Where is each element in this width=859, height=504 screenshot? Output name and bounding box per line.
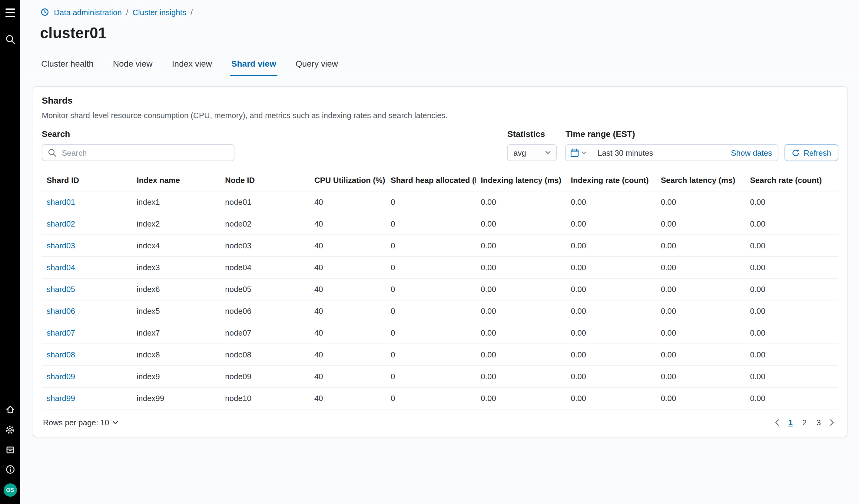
table-cell: index99 <box>132 387 220 409</box>
box-icon[interactable] <box>4 443 16 456</box>
table-cell: node02 <box>220 213 310 235</box>
tab-cluster-health[interactable]: Cluster health <box>40 59 95 76</box>
column-header-search-latency: Search latency (ms) <box>656 171 745 191</box>
shard-link[interactable]: shard01 <box>47 198 75 207</box>
app-viewport: OS Data administration / Cluster insight… <box>0 0 859 504</box>
statistics-select[interactable]: avg <box>507 144 557 161</box>
table-cell: 40 <box>310 257 386 278</box>
table-cell: shard01 <box>42 191 132 213</box>
chevron-down-icon <box>113 421 118 424</box>
table-cell: 0 <box>386 344 476 366</box>
page-button-3[interactable]: 3 <box>813 417 825 428</box>
table-cell: 40 <box>310 322 386 344</box>
breadcrumb-separator: / <box>191 7 193 17</box>
rows-per-page-button[interactable]: Rows per page: 10 <box>43 418 118 427</box>
table-row: shard09index9node094000.000.000.000.00 <box>42 366 839 387</box>
show-dates-link[interactable]: Show dates <box>731 148 778 157</box>
table-cell: 0.00 <box>745 235 839 257</box>
page-title: cluster01 <box>40 24 859 42</box>
tab-shard-view[interactable]: Shard view <box>230 59 277 76</box>
shard-link[interactable]: shard07 <box>47 328 75 337</box>
rail-bottom-group: OS <box>3 403 17 497</box>
table-cell: 40 <box>310 366 386 387</box>
shard-link[interactable]: shard02 <box>47 219 75 228</box>
table-cell: 0.00 <box>476 278 566 300</box>
time-range-label: Time range (EST) <box>566 129 839 139</box>
rows-per-page-label: Rows per page: 10 <box>43 418 109 427</box>
table-cell: 40 <box>310 344 386 366</box>
shards-panel: Shards Monitor shard-level resource cons… <box>33 86 847 437</box>
column-header-shard-id: Shard ID <box>42 171 132 191</box>
table-cell: 0.00 <box>566 344 656 366</box>
statistics-select-value: avg <box>513 148 526 157</box>
gear-icon[interactable] <box>4 424 16 436</box>
search-field <box>42 144 235 161</box>
table-cell: 0.00 <box>745 278 839 300</box>
home-icon[interactable] <box>4 403 16 415</box>
page-button-2[interactable]: 2 <box>799 417 810 428</box>
table-cell: 0.00 <box>476 191 566 213</box>
time-range-group: Time range (EST) <box>566 129 839 161</box>
breadcrumb-separator: / <box>126 7 128 17</box>
recent-history-icon[interactable] <box>40 7 50 17</box>
table-cell: shard08 <box>42 344 132 366</box>
table-cell: shard09 <box>42 366 132 387</box>
shard-link[interactable]: shard04 <box>47 263 75 272</box>
table-cell: index8 <box>132 344 220 366</box>
date-picker-bar: Last 30 minutes Show dates <box>566 144 779 161</box>
hamburger-menu-icon[interactable] <box>4 7 16 19</box>
rail-top-group <box>4 7 16 45</box>
breadcrumb-link-cluster-insights[interactable]: Cluster insights <box>132 7 186 17</box>
content-area: Shards Monitor shard-level resource cons… <box>20 76 859 437</box>
table-cell: 0.00 <box>476 300 566 322</box>
search-icon[interactable] <box>4 33 16 45</box>
search-input[interactable] <box>61 148 228 158</box>
table-cell: node04 <box>220 257 310 278</box>
refresh-button-label: Refresh <box>803 148 831 157</box>
table-cell: 0.00 <box>745 191 839 213</box>
shard-link[interactable]: shard03 <box>47 241 75 250</box>
pagination: 123 <box>772 417 837 428</box>
column-header-cpu-utilization: CPU Utilization (%) <box>310 171 386 191</box>
chevron-down-icon <box>545 151 551 154</box>
table-cell: 0.00 <box>476 366 566 387</box>
next-page-icon[interactable] <box>827 418 837 427</box>
table-cell: 0 <box>386 366 476 387</box>
table-row: shard05index6node054000.000.000.000.00 <box>42 278 839 300</box>
table-cell: 0.00 <box>476 387 566 409</box>
shard-link[interactable]: shard99 <box>47 394 75 403</box>
table-cell: shard99 <box>42 387 132 409</box>
table-cell: 0.00 <box>745 366 839 387</box>
previous-page-icon[interactable] <box>772 418 782 427</box>
table-cell: shard02 <box>42 213 132 235</box>
tab-node-view[interactable]: Node view <box>112 59 154 76</box>
shard-link[interactable]: shard06 <box>47 306 75 316</box>
pagination-pages: 123 <box>785 417 825 428</box>
time-range-value[interactable]: Last 30 minutes <box>591 148 659 157</box>
shard-link[interactable]: shard09 <box>47 372 75 381</box>
info-icon[interactable] <box>4 463 16 475</box>
calendar-quick-select-button[interactable] <box>566 145 591 161</box>
table-cell: node05 <box>220 278 310 300</box>
shard-link[interactable]: shard08 <box>47 350 75 359</box>
refresh-button[interactable]: Refresh <box>785 144 839 161</box>
table-cell: node06 <box>220 300 310 322</box>
table-cell: shard06 <box>42 300 132 322</box>
chevron-down-icon <box>582 151 587 154</box>
table-cell: 0.00 <box>656 278 745 300</box>
table-cell: 0 <box>386 387 476 409</box>
table-cell: 0.00 <box>656 300 745 322</box>
calendar-icon <box>570 148 579 157</box>
table-cell: 0 <box>386 235 476 257</box>
table-cell: 0.00 <box>656 344 745 366</box>
tab-index-view[interactable]: Index view <box>171 59 213 76</box>
tab-query-view[interactable]: Query view <box>295 59 339 76</box>
page-button-1[interactable]: 1 <box>785 417 796 428</box>
table-cell: 0.00 <box>476 322 566 344</box>
breadcrumb-link-data-administration[interactable]: Data administration <box>54 7 122 17</box>
search-input-icon <box>48 149 56 157</box>
user-avatar[interactable]: OS <box>3 484 17 497</box>
shard-link[interactable]: shard05 <box>47 285 75 294</box>
table-cell: 0.00 <box>656 387 745 409</box>
table-cell: node10 <box>220 387 310 409</box>
